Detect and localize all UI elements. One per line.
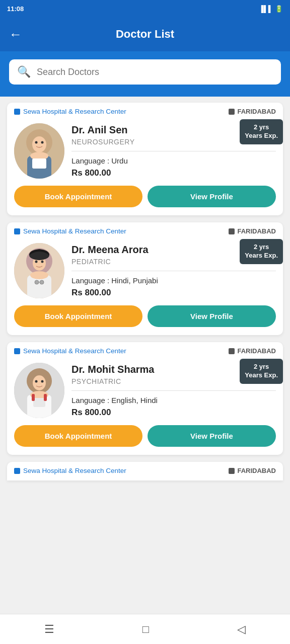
hospital-name-2: Sewa Hospital & Research Center [14, 227, 126, 235]
back-nav-icon[interactable]: ◁ [237, 623, 246, 636]
card-actions-3: Book Appointment View Profile [7, 425, 283, 455]
location-label-3: FARIDABAD [229, 347, 276, 355]
card-body-2: Dr. Meena Arora PEDIATRIC Language : Hin… [7, 239, 283, 305]
doctor-list: Sewa Hospital & Research Center FARIDABA… [0, 97, 290, 524]
menu-icon[interactable]: ☰ [44, 623, 54, 636]
divider-3 [71, 390, 276, 391]
status-icons: ▐▌▌ 🔋 [259, 5, 283, 13]
search-area: 🔍 [0, 51, 290, 97]
home-icon[interactable]: □ [142, 623, 149, 636]
view-profile-button-3[interactable]: View Profile [148, 425, 276, 447]
svg-point-15 [30, 271, 48, 279]
exp-badge-3: 2 yrsYears Exp. [240, 359, 283, 384]
hospital-dot-icon-4 [14, 468, 20, 474]
svg-rect-26 [33, 398, 45, 407]
card-body-3: Dr. Mohit Sharma PSYCHIATRIC Language : … [7, 359, 283, 425]
search-icon: 🔍 [17, 65, 31, 78]
status-bar: 11:08 ▐▌▌ 🔋 [0, 0, 290, 17]
card-actions-1: Book Appointment View Profile [7, 186, 283, 215]
svg-point-22 [35, 380, 38, 383]
location-dot-icon-2 [229, 228, 235, 234]
svg-rect-27 [32, 394, 35, 401]
doctor-fee-2: Rs 800.00 [71, 288, 276, 298]
hospital-name-3: Sewa Hospital & Research Center [14, 347, 126, 355]
card-body-1: Dr. Anil Sen Neurosurgery Language : Urd… [7, 119, 283, 186]
doctor-fee-3: Rs 800.00 [71, 408, 276, 418]
doctor-card-2: Sewa Hospital & Research Center FARIDABA… [7, 222, 283, 335]
divider-1 [71, 151, 276, 151]
book-appointment-button-2[interactable]: Book Appointment [14, 305, 142, 327]
doctor-language-2: Language : Hindi, Punjabi [71, 276, 276, 285]
doctor-card-1: Sewa Hospital & Research Center FARIDABA… [7, 103, 283, 215]
doctor-card-3: Sewa Hospital & Research Center FARIDABA… [7, 342, 283, 455]
exp-badge-2: 2 yrsYears Exp. [240, 239, 283, 264]
app-header: ← Doctor List [0, 17, 290, 51]
time-display: 11:08 [7, 5, 24, 13]
back-button[interactable]: ← [9, 27, 22, 42]
location-dot-icon-4 [229, 468, 235, 474]
svg-point-3 [35, 141, 38, 144]
svg-point-21 [33, 375, 46, 390]
card-actions-2: Book Appointment View Profile [7, 305, 283, 335]
hospital-dot-icon-3 [14, 348, 20, 354]
svg-point-16 [35, 280, 39, 284]
search-input[interactable] [37, 67, 273, 77]
svg-point-2 [32, 136, 46, 152]
doctor-card-4-partial: Sewa Hospital & Research Center FARIDABA… [7, 462, 283, 480]
doctor-avatar-2 [14, 243, 64, 298]
svg-point-4 [41, 141, 44, 144]
svg-point-12 [41, 261, 44, 263]
location-label-1: FARIDABAD [229, 108, 276, 115]
location-dot-icon-3 [229, 348, 235, 354]
doctor-language-1: Language : Urdu [71, 156, 276, 165]
card-header-3: Sewa Hospital & Research Center FARIDABA… [7, 342, 283, 359]
status-time: 11:08 [7, 5, 24, 13]
hospital-name-1: Sewa Hospital & Research Center [14, 108, 126, 115]
battery-icon: 🔋 [275, 5, 283, 13]
search-box: 🔍 [9, 59, 281, 85]
svg-rect-28 [44, 394, 47, 401]
doctor-language-3: Language : English, Hindi [71, 396, 276, 405]
hospital-dot-icon-2 [14, 228, 20, 234]
view-profile-button-2[interactable]: View Profile [148, 305, 276, 327]
divider-2 [71, 271, 276, 271]
bottom-spacer [7, 488, 283, 518]
location-label-2: FARIDABAD [229, 227, 276, 235]
card-header-4: Sewa Hospital & Research Center FARIDABA… [7, 462, 283, 478]
svg-point-23 [41, 380, 44, 383]
view-profile-button-1[interactable]: View Profile [148, 186, 276, 207]
location-label-4: FARIDABAD [229, 467, 276, 474]
card-header-1: Sewa Hospital & Research Center FARIDABA… [7, 103, 283, 119]
bottom-navigation: ☰ □ ◁ [0, 614, 290, 644]
card-header-2: Sewa Hospital & Research Center FARIDABA… [7, 222, 283, 239]
svg-rect-7 [32, 158, 46, 169]
book-appointment-button-3[interactable]: Book Appointment [14, 425, 142, 447]
doctor-avatar-3 [14, 363, 64, 418]
doctor-fee-1: Rs 800.00 [71, 168, 276, 178]
doctor-avatar-1 [14, 123, 64, 179]
page-title: Doctor List [29, 28, 261, 41]
hospital-dot-icon [14, 109, 20, 115]
svg-point-11 [35, 261, 38, 263]
hospital-name-4: Sewa Hospital & Research Center [14, 467, 126, 474]
location-dot-icon [229, 109, 235, 115]
exp-badge-1: 2 yrsYears Exp. [240, 119, 283, 144]
book-appointment-button-1[interactable]: Book Appointment [14, 186, 142, 207]
svg-point-17 [40, 280, 44, 284]
signal-icon: ▐▌▌ [259, 5, 273, 13]
